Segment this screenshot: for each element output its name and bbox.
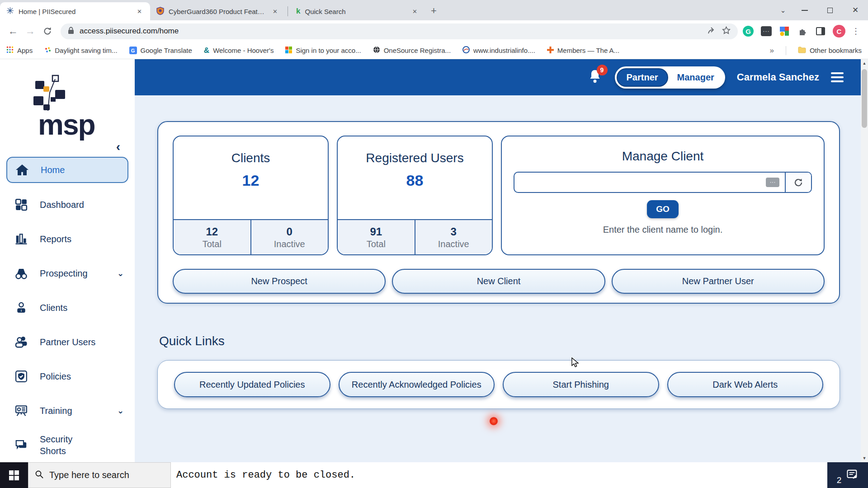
- scrollbar-thumb[interactable]: [862, 69, 867, 128]
- client-name-input[interactable]: [514, 173, 766, 192]
- new-tab-button[interactable]: +: [431, 5, 437, 17]
- sidebar-item-reports[interactable]: Reports: [6, 226, 128, 252]
- shield-check-icon: [13, 370, 30, 383]
- start-button[interactable]: [0, 462, 28, 488]
- sidebar-item-label: Prospecting: [40, 267, 88, 279]
- action-center-icon[interactable]: [846, 468, 859, 483]
- bookmark-microsoft-signin[interactable]: Sign in to your acco...: [285, 47, 361, 55]
- tab-quick-search[interactable]: k Quick Search ✕: [290, 2, 425, 20]
- search-placeholder-text: Type here to search: [49, 470, 129, 480]
- recently-updated-policies-button[interactable]: Recently Updated Policies: [174, 372, 330, 397]
- bookmark-onesource[interactable]: OneSource Registra...: [373, 46, 451, 55]
- chat-bubbles-icon: [13, 438, 30, 452]
- sidebar-item-prospecting[interactable]: Prospecting ⌄: [6, 261, 128, 286]
- card-title: Registered Users: [338, 151, 492, 165]
- browser-menu-icon[interactable]: ⋮: [852, 26, 860, 36]
- google-extension-icon[interactable]: [778, 25, 790, 37]
- bookmark-members[interactable]: Members — The A...: [547, 47, 619, 55]
- new-partner-user-button[interactable]: New Partner User: [612, 269, 825, 294]
- password-manager-field-icon[interactable]: ···: [766, 178, 779, 187]
- maximize-button[interactable]: [817, 0, 843, 20]
- close-window-button[interactable]: ✕: [843, 0, 868, 20]
- manager-toggle-button[interactable]: Manager: [668, 69, 723, 86]
- chevron-down-icon[interactable]: ⌄: [117, 406, 124, 416]
- sparkle-icon: [44, 47, 51, 55]
- system-tray[interactable]: 2: [827, 462, 868, 488]
- password-manager-extension-icon[interactable]: ···: [760, 25, 772, 37]
- profile-avatar[interactable]: C: [833, 25, 845, 38]
- tab-home-piisecured[interactable]: Home | PIISecured ✕: [0, 2, 150, 20]
- side-panel-icon[interactable]: [815, 25, 826, 37]
- bookmark-label: Members — The A...: [557, 47, 619, 54]
- bookmark-hoovers[interactable]: & Welcome - Hoover's: [204, 46, 274, 55]
- cell-value: 91: [370, 225, 382, 238]
- manage-client-helper-text: Enter the client name to login.: [502, 225, 824, 235]
- forward-button[interactable]: →: [22, 23, 39, 40]
- card-count: 88: [338, 172, 492, 189]
- notifications-button[interactable]: 9: [588, 68, 603, 86]
- start-phishing-button[interactable]: Start Phishing: [503, 372, 659, 397]
- summary-panel: Clients 12 12 Total 0 Inactive: [157, 121, 840, 304]
- bookmark-industrialinfo[interactable]: www.industrialinfo....: [462, 46, 535, 55]
- extensions-puzzle-icon[interactable]: [797, 25, 808, 37]
- minimize-button[interactable]: [792, 0, 817, 20]
- taskbar-search-box[interactable]: Type here to search: [28, 462, 171, 488]
- scroll-up-icon[interactable]: ▲: [861, 61, 868, 66]
- sidebar-collapse-icon[interactable]: ‹: [116, 142, 120, 151]
- scroll-down-icon[interactable]: ▼: [861, 456, 868, 460]
- tab-cyberguard360[interactable]: CyberGuard360 Product Feature ✕: [150, 2, 286, 20]
- shield-favicon-icon: [156, 7, 164, 16]
- new-client-button[interactable]: New Client: [392, 269, 605, 294]
- window-controls: ⌄ ✕: [774, 0, 868, 20]
- bookmarks-overflow-icon[interactable]: »: [769, 46, 774, 55]
- page-scrollbar[interactable]: ▲ ▼: [861, 59, 868, 462]
- sidebar-item-policies[interactable]: Policies: [6, 364, 128, 389]
- windows-taskbar: Type here to search Account is ready to …: [0, 462, 868, 488]
- hoovers-icon: &: [204, 46, 209, 55]
- sidebar-item-security-shorts[interactable]: Security Shorts: [6, 432, 128, 458]
- sidebar-item-label: Training: [40, 405, 72, 417]
- two-people-icon: [13, 335, 30, 349]
- share-icon[interactable]: [708, 26, 717, 36]
- sidebar-item-clients[interactable]: i Clients: [6, 295, 128, 320]
- translate-icon: G: [129, 47, 137, 54]
- reports-icon: [13, 232, 30, 246]
- bookmark-apps[interactable]: Apps: [6, 46, 33, 55]
- tab-close-icon[interactable]: ✕: [410, 7, 419, 16]
- sidebar-item-dashboard[interactable]: Dashboard: [6, 192, 128, 217]
- refresh-button[interactable]: [785, 173, 811, 192]
- bookmark-star-icon[interactable]: [722, 26, 731, 36]
- recently-acknowledged-policies-button[interactable]: Recently Acknowledged Policies: [339, 372, 495, 397]
- browser-tab-strip: Home | PIISecured ✕ CyberGuard360 Produc…: [0, 0, 868, 20]
- folder-icon: [798, 47, 806, 55]
- bookmark-daylight-saving[interactable]: Daylight saving tim...: [44, 47, 117, 55]
- go-button[interactable]: GO: [647, 200, 679, 218]
- new-prospect-button[interactable]: New Prospect: [173, 269, 386, 294]
- address-bar[interactable]: access.piisecured.com/home: [61, 23, 738, 39]
- sidebar-item-label: Policies: [40, 371, 71, 382]
- sidebar-item-label: Security Shorts: [40, 433, 99, 457]
- chevron-down-icon[interactable]: ⌄: [117, 268, 124, 278]
- sidebar-item-training[interactable]: Training ⌄: [6, 398, 128, 423]
- tab-search-chevron-icon[interactable]: ⌄: [774, 0, 792, 20]
- other-bookmarks[interactable]: Other bookmarks: [798, 47, 862, 55]
- app-area: msp ‹ Home Dashboard: [0, 59, 868, 462]
- hamburger-menu-icon[interactable]: [831, 72, 844, 82]
- reload-button[interactable]: [39, 23, 56, 40]
- bookmark-google-translate[interactable]: G Google Translate: [129, 47, 192, 54]
- cell-label: Inactive: [438, 239, 469, 249]
- sidebar-item-partner-users[interactable]: Partner Users: [6, 329, 128, 355]
- sidebar-nav: Home Dashboard Reports: [6, 157, 128, 462]
- sidebar-item-home[interactable]: Home: [6, 157, 128, 183]
- manage-client-title: Manage Client: [502, 149, 824, 164]
- piisecured-favicon-icon: [6, 7, 14, 16]
- logo-text: msp: [38, 108, 95, 141]
- grammarly-extension-icon[interactable]: G: [742, 25, 754, 37]
- svg-text:i: i: [21, 309, 22, 312]
- dark-web-alerts-button[interactable]: Dark Web Alerts: [667, 372, 824, 397]
- partner-toggle-button[interactable]: Partner: [617, 68, 668, 87]
- tab-close-icon[interactable]: ✕: [271, 7, 279, 16]
- tab-close-icon[interactable]: ✕: [135, 7, 144, 16]
- back-button[interactable]: ←: [5, 23, 22, 40]
- user-name[interactable]: Carmela Sanchez: [737, 71, 819, 83]
